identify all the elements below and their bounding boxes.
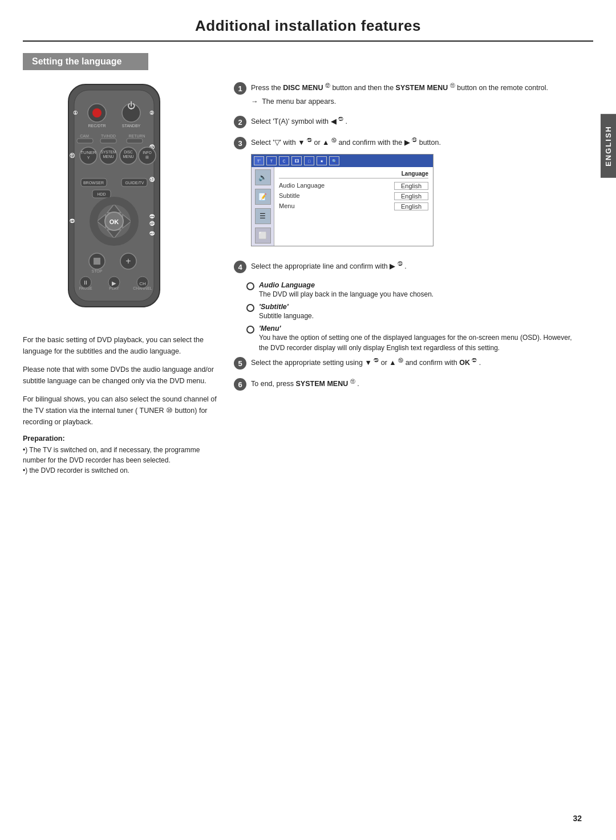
screen-sidebar: 🔊 📝 ☰ ⬜ — [252, 167, 274, 246]
bullet-circle-subtitle — [246, 304, 254, 312]
svg-text:TUNER: TUNER — [80, 150, 96, 155]
svg-text:①: ① — [73, 110, 78, 116]
sub-bullet-content-audio: Audio Language The DVD will play back in… — [259, 281, 576, 299]
svg-text:MENU: MENU — [123, 155, 133, 159]
step-5: 5 Select the appropriate setting using ▼… — [234, 356, 576, 370]
screen-icon-ta: Tˆ — [254, 156, 264, 165]
screen-main: Language Audio Language English Subtitle… — [274, 167, 433, 246]
step-1: 1 Press the DISC MENU ⑫ button and then … — [234, 82, 576, 107]
svg-text:㉒: ㉒ — [149, 214, 155, 220]
description-text-2: Please note that with some DVDs the audi… — [23, 364, 217, 387]
page-number: 32 — [573, 814, 582, 823]
screen-sidebar-icon-3: ☰ — [255, 208, 271, 224]
svg-text:㉓: ㉓ — [149, 221, 155, 227]
step-5-num: 5 — [234, 357, 246, 370]
svg-text:+: + — [125, 256, 131, 266]
page-title: Additional installation features — [0, 0, 616, 40]
svg-point-3 — [92, 108, 102, 117]
step-6-num: 6 — [234, 378, 246, 391]
svg-text:CAM: CAM — [80, 134, 89, 138]
screen-label-audio: Audio Language — [279, 182, 325, 190]
screen-sidebar-icon-1: 🔊 — [255, 169, 271, 185]
svg-text:DISC: DISC — [124, 150, 133, 154]
language-tab: ENGLISH — [601, 114, 616, 178]
sub-bullet-subtitle: 'Subtitle' Subtitle language. — [246, 303, 576, 321]
sub-bullet-text-subtitle: Subtitle language. — [259, 311, 576, 321]
svg-text:⊞: ⊞ — [145, 155, 149, 159]
screen-icon-t: T — [266, 156, 277, 165]
svg-rect-49 — [94, 258, 100, 265]
sub-bullet-text-audio: The DVD will play back in the language y… — [259, 289, 576, 299]
description-text-1: For the basic setting of DVD playback, y… — [23, 334, 217, 357]
step-6-content: To end, press SYSTEM MENU ⑪ . — [251, 378, 576, 389]
svg-text:⏸: ⏸ — [83, 279, 88, 286]
screen-header: Language — [279, 171, 428, 178]
main-content: REC/DTR ⏻ STANDBY ① ② CAM TV/HDD RETURN … — [0, 82, 616, 476]
screen-icon-box: □ — [304, 156, 314, 165]
svg-rect-13 — [77, 139, 93, 143]
remote-control-diagram: REC/DTR ⏻ STANDBY ① ② CAM TV/HDD RETURN … — [40, 82, 200, 323]
svg-text:REC/DTR: REC/DTR — [88, 124, 106, 128]
screen-label-menu: Menu — [279, 202, 295, 210]
step-3-num: 3 — [234, 137, 246, 149]
svg-text:GUIDE/TV: GUIDE/TV — [125, 181, 144, 185]
screen-body: 🔊 📝 ☰ ⬜ Language Audio Language — [252, 167, 433, 246]
step-2-content: Select 'T(A)' symbol with ◀ ㉑ . — [251, 115, 576, 127]
preparation-bullets: •) The TV is switched on, and if necessa… — [23, 445, 217, 476]
preparation-title: Preparation: — [23, 435, 217, 443]
title-divider — [23, 40, 593, 42]
svg-text:OK: OK — [110, 218, 119, 225]
screen-row-audio: Audio Language English — [279, 181, 428, 191]
sub-bullet-audio: Audio Language The DVD will play back in… — [246, 281, 576, 299]
svg-text:⑲: ⑲ — [149, 177, 155, 182]
svg-text:②: ② — [149, 110, 154, 116]
svg-text:RETURN: RETURN — [128, 134, 145, 138]
svg-rect-1 — [74, 90, 154, 301]
svg-text:▶: ▶ — [112, 280, 116, 286]
screen-value-audio: English — [394, 182, 428, 190]
screen-row-subtitle: Subtitle English — [279, 191, 428, 201]
right-column: 1 Press the DISC MENU ⑫ button and then … — [234, 82, 593, 476]
section-header: Setting the language — [0, 53, 616, 82]
svg-text:⏻: ⏻ — [127, 101, 135, 110]
sub-bullet-content-menu: 'Menu' You have the option of setting on… — [259, 324, 576, 353]
svg-text:CH: CH — [139, 281, 146, 286]
screen-icon-star: ★ — [317, 156, 327, 165]
screen-sidebar-icon-2: 📝 — [255, 189, 271, 205]
bullet-circle-audio — [246, 282, 254, 290]
step-5-content: Select the appropriate setting using ▼ ㉕… — [251, 356, 576, 368]
remote-svg: REC/DTR ⏻ STANDBY ① ② CAM TV/HDD RETURN … — [40, 82, 188, 321]
svg-text:TV/HDD: TV/HDD — [101, 134, 116, 138]
step-6: 6 To end, press SYSTEM MENU ⑪ . — [234, 378, 576, 391]
sub-bullet-text-menu: You have the option of setting one of th… — [259, 332, 576, 353]
screen-preview: Tˆ T C 🎞 □ ★ 🔍 🔊 📝 ☰ ⬜ — [251, 154, 433, 246]
screen-value-menu: English — [394, 202, 428, 210]
step-4-content: Select the appropriate line and confirm … — [251, 260, 576, 272]
sub-bullet-title-subtitle: 'Subtitle' — [259, 303, 576, 311]
screen-icon-film: 🎞 — [291, 156, 302, 165]
step-1-content: Press the DISC MENU ⑫ button and then th… — [251, 82, 576, 107]
screen-sidebar-icon-4: ⬜ — [255, 228, 271, 244]
screen-row-menu: Menu English — [279, 201, 428, 212]
svg-text:⑪: ⑪ — [70, 153, 75, 159]
step-2: 2 Select 'T(A)' symbol with ◀ ㉑ . — [234, 115, 576, 128]
step-2-num: 2 — [234, 116, 246, 128]
step-3-content: Select '▽' with ▼ ㉕ or ▲ ⑲ and confirm w… — [251, 136, 576, 252]
svg-text:㉕: ㉕ — [149, 231, 155, 237]
svg-rect-15 — [127, 139, 143, 143]
svg-text:HDD: HDD — [97, 192, 106, 196]
left-column: REC/DTR ⏻ STANDBY ① ② CAM TV/HDD RETURN … — [23, 82, 217, 476]
screen-icon-c: C — [279, 156, 289, 165]
svg-text:BROWSER: BROWSER — [83, 181, 104, 185]
sub-bullet-title-audio: Audio Language — [259, 281, 576, 289]
section-title: Setting the language — [23, 53, 148, 70]
bullet-circle-menu — [246, 326, 254, 334]
step-4: 4 Select the appropriate line and confir… — [234, 260, 576, 273]
svg-text:STANDBY: STANDBY — [122, 124, 141, 128]
screen-icon-search: 🔍 — [329, 156, 339, 165]
sub-bullet-title-menu: 'Menu' — [259, 324, 576, 332]
step-1-num: 1 — [234, 82, 246, 95]
step-4-num: 4 — [234, 261, 246, 273]
screen-col-language: Language — [402, 171, 428, 177]
sub-bullet-content-subtitle: 'Subtitle' Subtitle language. — [259, 303, 576, 321]
